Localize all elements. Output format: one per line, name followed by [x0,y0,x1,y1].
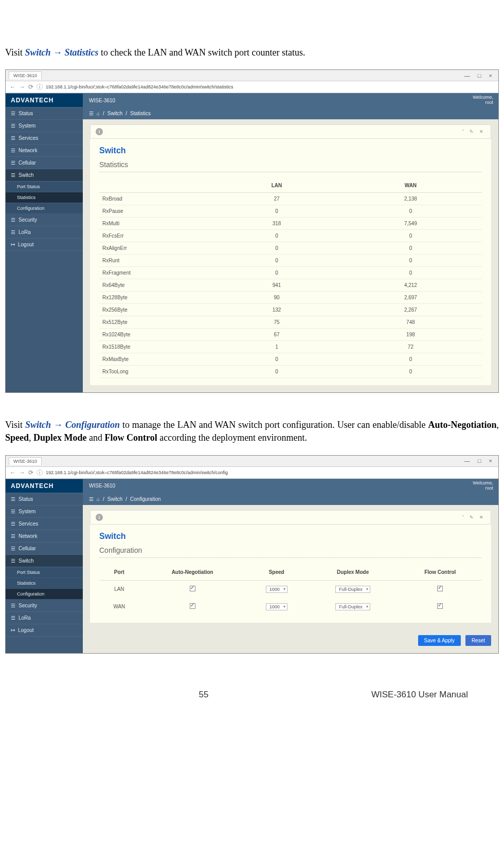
device-name: WISE-3610 [83,483,121,489]
button-row: Save & Apply Reset [83,630,498,653]
brand-logo: ADVANTECH [6,94,83,107]
sidebar-item-cellular[interactable]: ☰Cellular [6,157,83,169]
menu-icon: ☰ [11,603,15,608]
speed-select[interactable]: 1000 [266,586,287,593]
menu-icon: ☰ [11,509,15,514]
sidebar-item-network[interactable]: ☰Network [6,530,83,543]
logout-icon: ↦ [11,242,15,247]
menu-icon: ☰ [11,135,15,141]
app-header: ADVANTECH WISE-3610 Welcome,root [6,479,498,493]
reset-button[interactable]: Reset [465,635,491,646]
sidebar-sub-configuration[interactable]: Configuration [6,203,83,214]
url-field[interactable]: 192.168.1.1/cgi-bin/luci/;stok=c768fa02d… [46,470,494,475]
menu-icon[interactable]: ☰ [89,111,94,116]
sidebar-item-services[interactable]: ☰Services [6,518,83,530]
browser-tab-bar: WISE-3610 — □ × [6,456,498,467]
forward-icon[interactable]: → [19,83,25,91]
info-icon[interactable]: i [37,470,43,476]
sidebar-item-security[interactable]: ☰Security [6,214,83,226]
info-icon: i [96,128,103,135]
sidebar-item-lora[interactable]: ☰LoRa [6,226,83,239]
info-icon: i [96,514,103,521]
window-controls[interactable]: — □ × [464,73,495,79]
table-row: RxFcsErr00 [99,230,482,242]
configuration-table: Port Auto-Negotiation Speed Duplex Mode … [99,564,482,616]
sidebar-item-system[interactable]: ☰System [6,120,83,132]
url-field[interactable]: 192.168.1.1/cgi-bin/luci/;stok=c768fa02d… [46,84,494,89]
table-row: Rx1518Byte172 [99,341,482,353]
home-icon[interactable]: ⌂ [97,111,100,116]
sidebar-sub-port-status[interactable]: Port Status [6,182,83,192]
forward-icon[interactable]: → [19,469,25,476]
table-row: RxPause00 [99,205,482,218]
welcome-text: Welcome,root [467,481,498,491]
table-row: RxRunt00 [99,255,482,267]
intro-paragraph-1: Visit Switch → Statistics to check the L… [5,46,499,59]
reload-icon[interactable]: ⟳ [28,469,33,476]
sidebar-item-security[interactable]: ☰Security [6,600,83,612]
browser-tab[interactable]: WISE-3610 [9,71,42,79]
flow-control-checkbox[interactable] [437,603,443,609]
table-row: RxFragment00 [99,267,482,279]
auto-neg-checkbox[interactable] [190,603,195,609]
speed-select[interactable]: 1000 [266,603,287,610]
sidebar-item-services[interactable]: ☰Services [6,132,83,145]
back-icon[interactable]: ← [10,469,16,476]
menu-icon: ☰ [11,558,15,564]
sidebar-item-system[interactable]: ☰System [6,506,83,518]
info-bar: i ˄ ✎ ✕ [90,510,491,525]
screenshot-statistics: WISE-3610 — □ × ← → ⟳ i 192.168.1.1/cgi-… [5,69,499,393]
screenshot-configuration: WISE-3610 — □ × ← → ⟳ i 192.168.1.1/cgi-… [5,455,499,654]
duplex-select[interactable]: Full-Duplex [335,603,370,610]
auto-neg-checkbox[interactable] [190,586,195,591]
table-row: RxAlignErr00 [99,242,482,255]
sidebar-item-logout[interactable]: ↦Logout [6,239,83,251]
table-row: RxMulti3187,549 [99,218,482,230]
breadcrumb: ☰ ⌂ / Switch / Statistics [83,107,498,119]
manual-title: WISE-3610 User Manual [371,690,468,700]
content-area: ☰ ⌂ / Switch / Statistics i ˄ ✎ ✕ Switch… [83,107,498,392]
panel-controls[interactable]: ˄ ✎ ✕ [462,129,485,134]
sidebar-item-switch[interactable]: ☰Switch [6,555,83,567]
sidebar-item-network[interactable]: ☰Network [6,145,83,157]
device-name: WISE-3610 [83,98,121,103]
statistics-table: LAN WAN RxBroad272,138RxPause00RxMulti31… [99,178,482,378]
address-bar: ← → ⟳ i 192.168.1.1/cgi-bin/luci/;stok=c… [6,467,498,479]
browser-tab[interactable]: WISE-3610 [9,457,42,465]
panel-title: Switch [99,532,482,541]
info-icon[interactable]: i [37,84,43,90]
panel-controls[interactable]: ˄ ✎ ✕ [462,515,485,520]
table-row: Rx64Byte9414,212 [99,279,482,292]
menu-icon: ☰ [11,217,15,223]
save-apply-button[interactable]: Save & Apply [418,635,461,646]
table-row: Rx128Byte902,697 [99,292,482,304]
sidebar-item-logout[interactable]: ↦Logout [6,624,83,637]
sidebar-item-status[interactable]: ☰Status [6,493,83,506]
menu-icon: ☰ [11,111,15,116]
table-row: WAN1000Full-Duplex [99,598,482,616]
sidebar-item-lora[interactable]: ☰LoRa [6,612,83,624]
sidebar-item-cellular[interactable]: ☰Cellular [6,543,83,555]
menu-icon[interactable]: ☰ [89,496,94,502]
sidebar-sub-statistics[interactable]: Statistics [6,192,83,203]
app-header: ADVANTECH WISE-3610 Welcome,root [6,93,498,107]
menu-icon: ☰ [11,546,15,551]
sidebar-sub-port-status[interactable]: Port Status [6,567,83,578]
intro-paragraph-2: Visit Switch → Configuration to manage t… [5,419,499,444]
info-bar: i ˄ ✎ ✕ [90,124,491,139]
breadcrumb: ☰ ⌂ / Switch / Configuration [83,493,498,505]
flow-control-checkbox[interactable] [437,586,443,591]
sidebar-sub-statistics[interactable]: Statistics [6,578,83,589]
menu-icon: ☰ [11,496,15,502]
menu-icon: ☰ [11,172,15,178]
duplex-select[interactable]: Full-Duplex [335,586,370,593]
reload-icon[interactable]: ⟳ [28,83,33,91]
sidebar-item-switch[interactable]: ☰Switch [6,169,83,182]
window-controls[interactable]: — □ × [464,458,495,464]
table-row: LAN1000Full-Duplex [99,580,482,598]
back-icon[interactable]: ← [10,83,16,91]
home-icon[interactable]: ⌂ [97,496,100,502]
sidebar-sub-configuration[interactable]: Configuration [6,589,83,600]
address-bar: ← → ⟳ i 192.168.1.1/cgi-bin/luci/;stok=c… [6,81,498,93]
sidebar-item-status[interactable]: ☰Status [6,107,83,120]
